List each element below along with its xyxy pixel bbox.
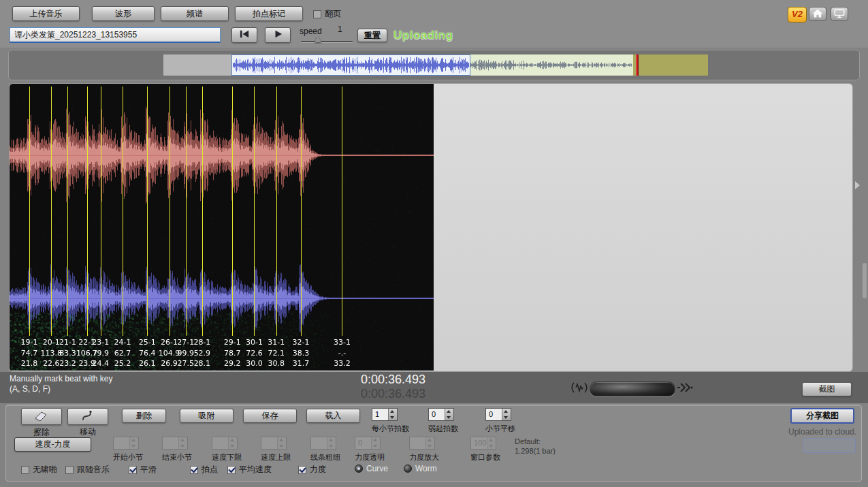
avg-speed-checkbox[interactable]: [227, 466, 236, 474]
stepper-arrows[interactable]: [487, 437, 496, 449]
bar-offset-stepper[interactable]: 0: [485, 408, 511, 421]
smooth-checkbox[interactable]: [129, 466, 137, 474]
beats-per-bar-stepper[interactable]: 1: [372, 408, 398, 421]
smooth-option[interactable]: 平滑: [129, 464, 157, 475]
beat-points-label: 拍点: [202, 464, 218, 475]
curve-label: Curve: [366, 464, 388, 473]
speed-value: 1: [338, 25, 342, 34]
follow-music-label: 跟随音乐: [77, 464, 110, 475]
beats-per-bar-label: 每小节拍数: [372, 424, 409, 434]
speed-max-label: 速度上限: [261, 452, 291, 462]
stepper-arrows[interactable]: [371, 437, 380, 449]
velocity-scale-stepper[interactable]: [409, 437, 435, 450]
velocity-scale-label: 力度放大: [409, 452, 439, 462]
speed-slider[interactable]: [301, 41, 353, 42]
start-bar-stepper[interactable]: [113, 437, 139, 450]
worm-mode-option[interactable]: Worm: [404, 464, 437, 473]
snap-button[interactable]: 吸附: [180, 409, 234, 423]
window-param-label: 窗口参数: [470, 452, 500, 462]
worm-radio[interactable]: [404, 465, 412, 473]
stepper-arrows[interactable]: [445, 409, 453, 420]
velocity-opacity-stepper[interactable]: 0: [355, 437, 381, 450]
monitor-icon: [833, 8, 846, 20]
speed-slider-thumb[interactable]: [315, 36, 321, 42]
end-bar-label: 结束小节: [162, 452, 192, 462]
skip-start-button[interactable]: [231, 27, 257, 43]
display-button[interactable]: [831, 7, 848, 21]
wave-amplitude-large-icon[interactable]: [676, 379, 694, 399]
playhead-cursor[interactable]: [636, 54, 639, 76]
default-note: Default: 1.298(1 bar): [515, 437, 556, 456]
pickup-beats-stepper[interactable]: 0: [428, 408, 454, 421]
speed-velocity-button[interactable]: 速度-力度: [14, 437, 91, 452]
no-pop-option[interactable]: 无啸啪: [21, 464, 57, 475]
stepper-arrows[interactable]: [129, 437, 138, 449]
upload-music-button[interactable]: 上传音乐: [12, 6, 80, 21]
erase-button[interactable]: [21, 408, 62, 425]
hint-line-1: Manually mark beat with key: [10, 374, 112, 384]
line-width-label: 线条粗细: [310, 452, 340, 462]
delete-button[interactable]: 删除: [122, 409, 166, 423]
speed-min-stepper[interactable]: [212, 437, 238, 450]
curve-radio[interactable]: [355, 465, 363, 473]
stepper-arrows[interactable]: [277, 437, 286, 449]
end-bar-stepper[interactable]: [162, 437, 188, 450]
speed-control: speed 1: [300, 25, 355, 45]
page-flip-option[interactable]: 翻页: [313, 8, 341, 20]
follow-music-option[interactable]: 跟随音乐: [65, 464, 110, 475]
filename-input[interactable]: [10, 27, 221, 43]
spectrogram-canvas[interactable]: [10, 84, 434, 371]
stepper-arrows[interactable]: [502, 409, 511, 420]
page-flip-checkbox[interactable]: [313, 10, 321, 18]
reset-button[interactable]: 重置: [357, 29, 387, 42]
overview-waveform-canvas[interactable]: [163, 54, 708, 76]
hint-line-2: (A, S, D, F): [10, 384, 112, 394]
wave-amplitude-small-icon[interactable]: [570, 379, 588, 399]
no-pop-checkbox[interactable]: [21, 466, 29, 474]
speed-min-label: 速度下限: [212, 452, 242, 462]
speed-max-stepper[interactable]: [261, 437, 287, 450]
page-flip-label: 翻页: [325, 8, 341, 20]
speed-label: speed: [300, 27, 322, 36]
stepper-arrows[interactable]: [327, 437, 336, 449]
default-note-line1: Default:: [515, 437, 556, 446]
app-window: 上传音乐 波形 频谱 拍点标记 翻页 V2 speed 1 重置 Uploadi…: [0, 0, 868, 487]
time-total: 0:00:36.493: [340, 387, 446, 401]
waveform-button[interactable]: 波形: [92, 6, 155, 21]
velocity-option[interactable]: 力度: [298, 464, 326, 475]
panel-resize-handle[interactable]: [855, 181, 860, 189]
hint-text: Manually mark beat with key (A, S, D, F): [10, 374, 112, 394]
smooth-label: 平滑: [140, 464, 157, 475]
play-icon: [271, 31, 285, 41]
uploading-status: Uploading: [393, 29, 453, 42]
start-bar-label: 开始小节: [113, 452, 143, 462]
worm-label: Worm: [415, 464, 437, 473]
line-width-stepper[interactable]: [310, 437, 336, 450]
screenshot-button[interactable]: 截图: [802, 382, 852, 396]
curve-mode-option[interactable]: Curve: [355, 464, 388, 473]
load-button[interactable]: 载入: [306, 409, 360, 423]
move-button[interactable]: [67, 408, 108, 425]
move-label: 移动: [67, 426, 108, 438]
follow-music-checkbox[interactable]: [65, 466, 74, 474]
stepper-arrows[interactable]: [228, 437, 237, 449]
stepper-arrows[interactable]: [178, 437, 187, 449]
velocity-checkbox[interactable]: [298, 466, 306, 474]
window-param-stepper[interactable]: 100: [470, 437, 496, 450]
stepper-arrows[interactable]: [388, 409, 397, 420]
save-button[interactable]: 保存: [243, 409, 297, 423]
scrollbar-thumb[interactable]: [863, 263, 867, 298]
home-button[interactable]: [809, 7, 826, 21]
time-current: 0:00:36.493: [340, 373, 446, 387]
beat-points-option[interactable]: 拍点: [190, 464, 218, 475]
stepper-arrows[interactable]: [425, 437, 434, 449]
avg-speed-option[interactable]: 平均速度: [227, 464, 272, 475]
play-button[interactable]: [265, 27, 291, 43]
share-screenshot-button[interactable]: 分享截图: [790, 408, 854, 424]
beat-points-checkbox[interactable]: [190, 466, 198, 474]
skip-start-icon: [238, 31, 251, 41]
beat-mark-button[interactable]: 拍点标记: [235, 6, 303, 21]
v2-badge[interactable]: V2: [788, 7, 807, 22]
spectrum-button[interactable]: 频谱: [161, 6, 229, 21]
wave-zoom-slider[interactable]: [590, 381, 675, 396]
